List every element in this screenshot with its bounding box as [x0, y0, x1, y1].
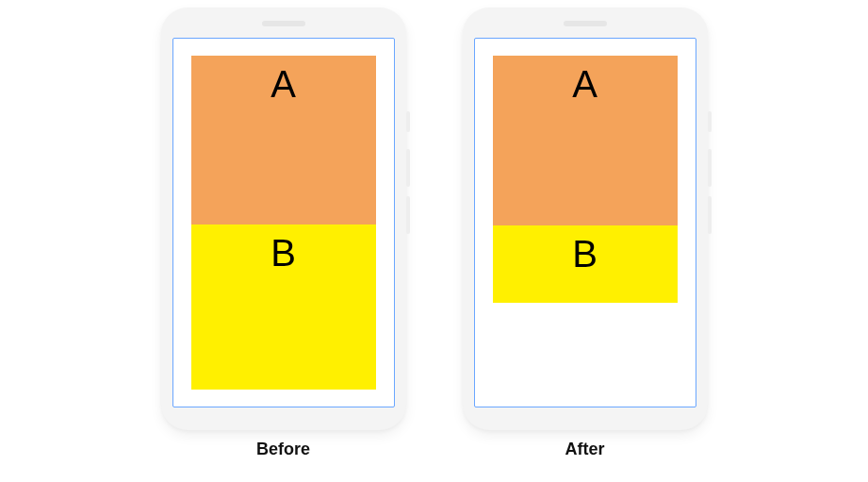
phone-frame-before: A B [161, 8, 406, 430]
element-a-after: A [493, 56, 678, 225]
phone-side-button [708, 196, 712, 234]
diagram-stage: A B Before A B After [0, 0, 868, 482]
element-a-before: A [191, 56, 376, 224]
after-unit: A B After [463, 8, 708, 459]
phone-side-button [406, 196, 410, 234]
element-b-before: B [191, 224, 376, 390]
phone-side-button [406, 111, 410, 132]
phone-screen-after: A B [474, 38, 696, 407]
before-unit: A B Before [161, 8, 406, 459]
phone-side-button [708, 111, 712, 132]
caption-before: Before [256, 440, 310, 459]
element-b-after: B [493, 225, 678, 303]
phone-side-button [406, 149, 410, 187]
phone-frame-after: A B [463, 8, 708, 430]
phone-screen-before: A B [172, 38, 395, 407]
phone-side-button [708, 149, 712, 187]
caption-after: After [565, 440, 604, 459]
